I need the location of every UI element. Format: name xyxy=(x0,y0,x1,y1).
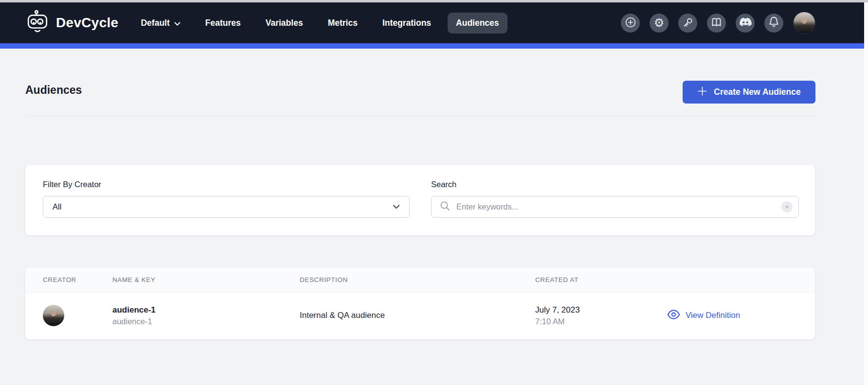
column-header-created-at: CREATED AT xyxy=(535,276,667,283)
project-selector[interactable]: Default xyxy=(141,18,180,28)
navbar-actions: ⚙ xyxy=(621,12,815,34)
brand-logo[interactable]: DevCycle xyxy=(25,10,118,36)
plus-icon xyxy=(697,86,707,99)
created-time: 7:10 AM xyxy=(535,316,667,327)
search-label: Search xyxy=(431,180,799,189)
nav-integrations[interactable]: Integrations xyxy=(382,18,431,28)
chevron-down-icon xyxy=(174,18,181,28)
chevron-down-icon xyxy=(393,205,400,209)
audiences-table: CREATOR NAME & KEY DESCRIPTION CREATED A… xyxy=(25,267,815,339)
filter-by-creator-label: Filter By Creator xyxy=(43,180,410,189)
devcycle-robot-icon xyxy=(25,10,50,36)
nav-audiences[interactable]: Audiences xyxy=(448,13,507,34)
search-box: × xyxy=(431,196,799,218)
created-date: July 7, 2023 xyxy=(535,304,667,316)
search-input[interactable] xyxy=(456,202,775,211)
filter-card: Filter By Creator All Search × xyxy=(25,165,815,235)
book-icon xyxy=(710,17,723,29)
created-at-cell: July 7, 2023 7:10 AM xyxy=(535,304,667,328)
create-quick-button[interactable] xyxy=(621,14,640,33)
browser-edge-strip xyxy=(0,0,868,2)
create-new-audience-button[interactable]: Create New Audience xyxy=(683,81,815,104)
creator-cell xyxy=(43,305,112,326)
notifications-button[interactable] xyxy=(764,14,783,33)
close-icon: × xyxy=(785,204,789,210)
api-keys-button[interactable] xyxy=(678,14,697,33)
discord-button[interactable] xyxy=(736,14,755,33)
search-group: Search × xyxy=(431,180,799,218)
audience-name: audience-1 xyxy=(112,304,300,316)
creator-filter-select[interactable]: All xyxy=(43,196,410,218)
table-row: audience-1 audience-1 Internal & QA audi… xyxy=(25,292,815,339)
docs-button[interactable] xyxy=(707,14,726,33)
creator-filter-value: All xyxy=(53,202,61,211)
settings-button[interactable]: ⚙ xyxy=(650,14,669,33)
nav-metrics[interactable]: Metrics xyxy=(328,18,358,28)
scrollbar-track[interactable] xyxy=(864,2,868,385)
gear-icon: ⚙ xyxy=(654,17,665,29)
accent-bar xyxy=(0,43,868,49)
filter-by-creator-group: Filter By Creator All xyxy=(43,180,410,218)
page-title: Audiences xyxy=(25,84,82,97)
column-header-creator: CREATOR xyxy=(43,276,112,283)
table-header-row: CREATOR NAME & KEY DESCRIPTION CREATED A… xyxy=(25,267,815,292)
plus-circle-icon xyxy=(625,17,636,30)
create-new-audience-label: Create New Audience xyxy=(714,87,800,97)
name-key-cell: audience-1 audience-1 xyxy=(112,304,300,328)
creator-avatar xyxy=(43,305,64,326)
view-definition-button[interactable]: View Definition xyxy=(667,310,740,322)
nav-features[interactable]: Features xyxy=(205,18,241,28)
header-divider xyxy=(25,116,815,117)
user-avatar[interactable] xyxy=(793,12,815,34)
actions-cell: View Definition xyxy=(667,310,815,322)
column-header-name-key: NAME & KEY xyxy=(112,276,300,283)
key-icon xyxy=(682,17,694,30)
search-icon xyxy=(440,201,450,213)
discord-icon xyxy=(739,18,752,29)
clear-search-button[interactable]: × xyxy=(781,201,793,212)
eye-icon xyxy=(667,310,680,322)
audience-key: audience-1 xyxy=(112,316,300,327)
description-cell: Internal & QA audience xyxy=(300,311,535,320)
top-navbar: DevCycle Default Features Variables Metr… xyxy=(0,2,868,43)
nav-variables[interactable]: Variables xyxy=(266,18,303,28)
project-selector-label: Default xyxy=(141,18,169,28)
column-header-description: DESCRIPTION xyxy=(300,276,535,283)
main-nav: Default Features Variables Metrics Integ… xyxy=(141,18,499,28)
bell-icon xyxy=(768,16,779,30)
view-definition-label: View Definition xyxy=(686,311,740,320)
brand-name: DevCycle xyxy=(56,15,118,31)
